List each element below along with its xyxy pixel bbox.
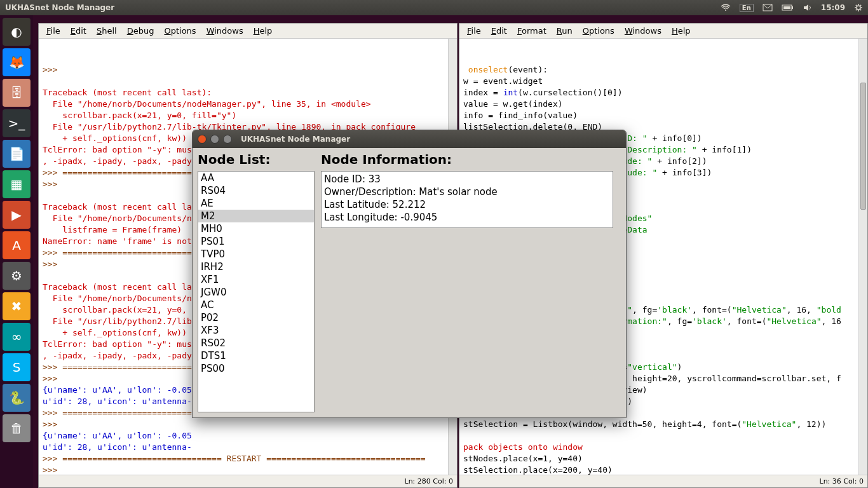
node-item[interactable]: AA [198,172,314,184]
node-list-column: Node List: AARS04AEM2MH0PS01TVP0IRH2XF1J… [198,152,315,414]
node-item[interactable]: RS04 [198,184,314,197]
gear-icon[interactable] [854,3,863,12]
active-window-title: UKHASnet Node Manager [5,3,721,12]
shell-line: scrollbar.pack(x=21, y=0, fill="y") [43,110,453,121]
editor-col: Col: 0 [843,477,864,485]
menu-windows[interactable]: Windows [203,25,247,37]
editor-line: value = w.get(index) [463,98,864,110]
node-item[interactable]: JGW0 [198,286,314,299]
node-item[interactable]: PS00 [198,362,314,375]
launcher-terminal[interactable]: >_ [3,109,31,137]
launcher-software[interactable]: A [3,231,31,259]
launcher-arduino[interactable]: ∞ [3,323,31,351]
info-node-id: Node ID: 33 [324,173,610,186]
menu-edit[interactable]: Edit [67,25,90,37]
volume-icon[interactable] [803,4,812,11]
shell-line: u'id': 28, u'icon': u'antenna- [43,442,453,453]
svg-point-5 [857,6,860,10]
launcher-firefox[interactable]: 🦊 [3,48,31,76]
menu-debug[interactable]: Debug [123,25,158,37]
node-item[interactable]: PS01 [198,235,314,248]
shell-ln: Ln: 280 [405,477,431,485]
menu-file[interactable]: File [463,25,485,37]
node-item[interactable]: RS02 [198,337,314,349]
menu-windows[interactable]: Windows [621,25,665,37]
node-item[interactable]: AE [198,197,314,210]
shell-line [43,76,453,87]
launcher-xchat[interactable]: ✖ [3,292,31,320]
node-item[interactable]: XF3 [198,324,314,337]
close-icon[interactable] [198,135,207,144]
editor-menubar: FileEditFormatRunOptionsWindowsHelp [459,24,867,39]
launcher-settings[interactable]: ⚙ [3,262,31,290]
menu-format[interactable]: Format [513,25,550,37]
launcher-calc[interactable]: ▦ [3,170,31,198]
editor-line: stNodes.place(x=1, y=40) [463,453,864,464]
editor-line: w = event.widget [463,76,864,87]
editor-line [463,430,864,442]
node-item[interactable]: TVP0 [198,248,314,261]
wifi-icon[interactable] [721,4,731,11]
clock[interactable]: 15:09 [821,3,845,12]
shell-line: >>> [43,419,453,430]
editor-line: pack objects onto window [463,442,864,453]
menu-file[interactable]: File [43,25,64,37]
svg-rect-3 [792,6,793,9]
editor-line: info = find_info(value) [463,110,864,121]
editor-line: stSelection = Listbox(window, width=50, … [463,419,864,430]
menu-shell[interactable]: Shell [93,25,121,37]
editor-line: onselect(event): [463,64,864,76]
launcher-writer[interactable]: 📄 [3,140,31,168]
menu-run[interactable]: Run [553,25,576,37]
node-item[interactable]: XF1 [198,273,314,286]
node-item[interactable]: IRH2 [198,261,314,273]
launcher-dash[interactable]: ◐ [3,18,31,46]
launcher-python[interactable]: 🐍 [3,384,31,412]
system-tray: En 15:09 [721,3,863,12]
launcher-files[interactable]: 🗄 [3,79,31,107]
mail-icon[interactable] [763,4,773,11]
menu-help[interactable]: Help [668,25,695,37]
shell-col: Col: 0 [433,477,453,485]
node-info-listbox[interactable]: Node ID: 33 Owner/Description: Mat's sol… [321,171,613,228]
editor-scrollbar[interactable] [858,39,867,475]
shell-menubar: FileEditShellDebugOptionsWindowsHelp [39,24,457,39]
node-listbox[interactable]: AARS04AEM2MH0PS01TVP0IRH2XF1JGW0ACP02XF3… [198,171,315,412]
nm-title: UKHASnet Node Manager [241,135,350,144]
maximize-icon[interactable] [223,135,232,144]
shell-statusbar: Ln: 280 Col: 0 [39,475,457,487]
node-item[interactable]: M2 [198,210,314,222]
battery-icon[interactable] [782,4,794,11]
launcher-skype[interactable]: S [3,353,31,381]
editor-ln: Ln: 36 [820,477,841,485]
shell-line: >>> [43,64,453,76]
menu-options[interactable]: Options [579,25,618,37]
shell-line: Traceback (most recent call last): [43,87,453,98]
minimize-icon[interactable] [210,135,219,144]
node-item[interactable]: AC [198,299,314,311]
nm-titlebar[interactable]: UKHASnet Node Manager [193,130,626,148]
menu-options[interactable]: Options [160,25,200,37]
node-item[interactable]: MH0 [198,222,314,235]
menu-edit[interactable]: Edit [487,25,511,37]
menu-help[interactable]: Help [250,25,276,37]
shell-line: File "/home/norb/Documents/nodeManager.p… [43,98,453,110]
shell-line: >>> [43,464,453,475]
info-lon: Last Longitude: -0.9045 [324,211,610,224]
launcher-impress[interactable]: ▶ [3,201,31,229]
unity-launcher: ◐🦊🗄>_📄▦▶A⚙✖∞S🐍🗑 [0,15,33,488]
node-info-label: Node Information: [321,152,613,167]
shell-line: {u'name': u'AA', u'lon': -0.05 [43,430,453,442]
top-panel: UKHASnet Node Manager En 15:09 [0,0,868,15]
launcher-trash[interactable]: 🗑 [3,414,31,442]
node-item[interactable]: DTS1 [198,349,314,362]
keyboard-lang[interactable]: En [740,4,754,12]
node-list-label: Node List: [198,152,315,167]
info-lat: Last Latitude: 52.212 [324,198,610,211]
info-owner: Owner/Description: Mat's solar node [324,186,610,198]
shell-line: >>> ================================ RES… [43,453,453,464]
editor-statusbar: Ln: 36 Col: 0 [459,475,867,487]
editor-line: index = int(w.curselection()[0]) [463,87,864,98]
node-manager-window: UKHASnet Node Manager Node List: AARS04A… [192,130,627,418]
node-item[interactable]: P02 [198,311,314,324]
